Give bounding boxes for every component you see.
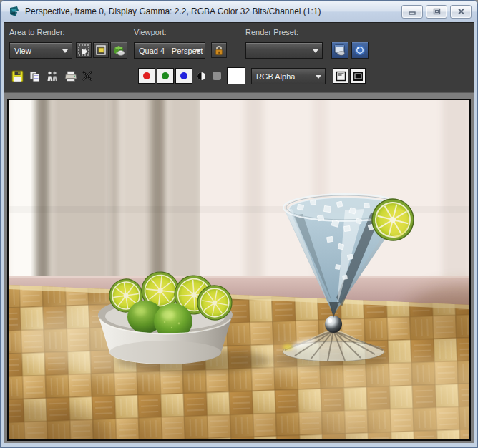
background-color-swatch[interactable] — [227, 67, 245, 84]
blue-channel-icon — [180, 72, 187, 79]
channel-display-value: RGB Alpha — [256, 72, 295, 81]
area-to-render-label: Area to Render: — [9, 28, 65, 36]
alpha-channel-button[interactable] — [210, 68, 224, 84]
render-preset-dropdown[interactable]: -------------------- — [245, 42, 323, 59]
render-canvas[interactable] — [7, 99, 471, 441]
dropdown-arrow-icon — [316, 75, 321, 79]
blue-channel-button[interactable] — [175, 68, 192, 84]
render-preset-label: Render Preset: — [245, 28, 298, 36]
render-setup-button[interactable] — [331, 42, 348, 59]
minimize-button[interactable] — [401, 5, 423, 19]
title-bar[interactable]: Perspective, frame 0, Display Gamma: 2.2… — [1, 1, 477, 22]
monochrome-icon — [197, 72, 206, 81]
render-viewport-margin — [4, 92, 474, 443]
clone-figures-icon — [46, 70, 59, 82]
red-channel-icon — [143, 72, 150, 79]
close-button[interactable] — [450, 5, 472, 19]
rendered-frame-window: Perspective, frame 0, Display Gamma: 2.2… — [0, 0, 478, 448]
print-image-button[interactable] — [63, 68, 79, 84]
clear-x-icon — [82, 70, 93, 82]
render-preset-value: -------------------- — [250, 47, 317, 55]
overlay-ui-button[interactable] — [333, 68, 348, 84]
monitor-icon — [353, 71, 364, 82]
window-controls — [401, 5, 473, 19]
copy-image-button[interactable] — [26, 68, 42, 84]
padlock-icon — [214, 45, 224, 56]
restore-icon — [433, 8, 441, 15]
clone-rfw-button[interactable] — [44, 68, 60, 84]
printer-icon — [64, 70, 77, 82]
red-channel-button[interactable] — [138, 68, 155, 84]
lock-viewport-button[interactable] — [211, 42, 227, 58]
hand-marquee-icon — [78, 44, 89, 56]
close-icon — [457, 8, 465, 15]
3dsmax-app-icon — [8, 5, 21, 18]
rendered-image — [9, 100, 469, 439]
area-to-render-dropdown[interactable]: View — [9, 42, 72, 59]
teapot-cube-icon — [112, 44, 126, 57]
layered-window-icon — [336, 71, 346, 82]
viewport-dropdown[interactable]: Quad 4 - Perspect — [134, 42, 205, 59]
fullscreen-toggle-button[interactable] — [350, 68, 366, 84]
edit-region-button[interactable] — [76, 42, 92, 58]
copy-icon — [29, 70, 41, 82]
dropdown-arrow-icon — [313, 49, 318, 53]
green-channel-button[interactable] — [157, 68, 174, 84]
area-to-render-value: View — [14, 47, 31, 55]
save-image-button[interactable] — [9, 68, 25, 84]
framed-square-icon — [95, 44, 107, 56]
green-channel-icon — [162, 72, 169, 79]
clear-button[interactable] — [79, 68, 95, 84]
glass-stem-ball — [325, 316, 342, 333]
save-icon — [11, 70, 24, 82]
viewport-value: Quad 4 - Perspect — [139, 47, 203, 55]
dropdown-arrow-icon — [62, 49, 68, 53]
window-bottom-frame — [1, 443, 477, 447]
channel-display-dropdown[interactable]: RGB Alpha — [251, 68, 326, 84]
window-title: Perspective, frame 0, Display Gamma: 2.2… — [25, 6, 321, 16]
rfw-toolbar: Area to Render: Viewport: Render Preset:… — [4, 22, 474, 92]
alpha-icon — [213, 72, 221, 80]
sill-highlight — [9, 276, 469, 278]
auto-region-button[interactable] — [93, 42, 109, 58]
render-button[interactable] — [351, 42, 369, 59]
dropdown-arrow-icon — [195, 49, 201, 53]
minimize-icon — [409, 9, 416, 15]
viewport-label: Viewport: — [134, 28, 167, 36]
render-setup-icon — [333, 44, 346, 57]
restore-button[interactable] — [426, 5, 447, 19]
monochrome-button[interactable] — [194, 68, 208, 84]
render-ball-icon — [353, 44, 366, 57]
viewport-thumb-button[interactable] — [110, 42, 127, 59]
